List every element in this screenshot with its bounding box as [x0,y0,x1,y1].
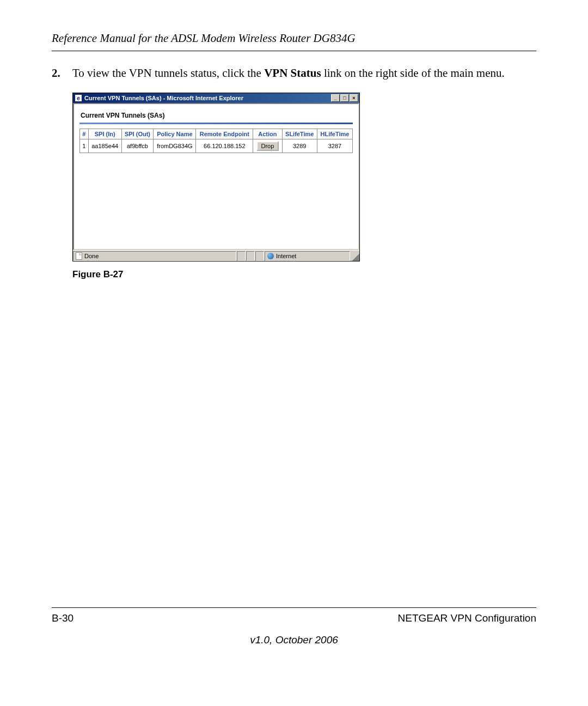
window-client-area: Current VPN Tunnels (SAs) # SPI (In) SPI… [73,103,359,250]
col-spi-out: SPI (Out) [121,129,154,139]
status-bar: Done Internet [73,250,359,261]
resize-gripper-icon[interactable] [351,251,359,261]
panel-title: Current VPN Tunnels (SAs) [81,112,353,119]
page-footer: B-30 NETGEAR VPN Configuration v1.0, Oct… [52,607,536,646]
col-policy-name: Policy Name [154,129,196,139]
col-slifetime: SLifeTime [282,129,317,139]
close-button[interactable]: × [350,94,358,102]
cell-endpoint: 66.120.188.152 [196,139,253,153]
status-sep-3 [255,251,264,261]
col-num: # [80,129,89,139]
cell-hlife: 3287 [317,139,352,153]
step-text-bold: VPN Status [264,66,321,80]
cell-spi-in: aa185e44 [88,139,121,153]
col-hlifetime: HLifeTime [317,129,352,139]
ie-icon: e [75,94,82,102]
drop-button[interactable]: Drop [256,141,279,151]
screenshot-window: e Current VPN Tunnels (SAs) - Microsoft … [72,93,360,261]
globe-icon [267,253,274,259]
page-icon [76,252,82,260]
step-text-before: To view the VPN tunnels status, click th… [72,66,264,80]
step-text: To view the VPN tunnels status, click th… [72,65,536,81]
figure-caption: Figure B-27 [72,269,536,280]
instruction-step: 2. To view the VPN tunnels status, click… [52,65,536,81]
step-text-after: link on the right side of the main menu. [321,66,505,80]
status-zone-text: Internet [276,253,296,259]
status-sep-1 [237,251,246,261]
vpn-tunnels-table: # SPI (In) SPI (Out) Policy Name Remote … [79,129,353,153]
footer-rule [52,607,536,608]
cell-num: 1 [80,139,89,153]
step-number: 2. [52,65,72,81]
page-header-title: Reference Manual for the ADSL Modem Wire… [52,32,536,45]
status-done-text: Done [84,253,99,259]
footer-version: v1.0, October 2006 [52,634,536,646]
cell-policy: fromDG834G [154,139,196,153]
status-sep-2 [246,251,255,261]
table-row: 1 aa185e44 af9bffcb fromDG834G 66.120.18… [80,139,353,153]
window-title: Current VPN Tunnels (SAs) - Microsoft In… [84,95,331,101]
status-zone-cell: Internet [265,251,350,261]
cell-spi-out: af9bffcb [121,139,154,153]
panel-divider [79,123,353,124]
status-done-cell: Done [73,251,236,261]
col-spi-in: SPI (In) [88,129,121,139]
cell-action: Drop [253,139,282,153]
col-action: Action [253,129,282,139]
col-remote-endpoint: Remote Endpoint [196,129,253,139]
footer-page-number: B-30 [52,612,74,624]
maximize-button[interactable]: □ [340,94,349,102]
window-titlebar: e Current VPN Tunnels (SAs) - Microsoft … [73,93,359,103]
footer-section: NETGEAR VPN Configuration [398,612,537,624]
table-header-row: # SPI (In) SPI (Out) Policy Name Remote … [80,129,353,139]
cell-slife: 3289 [282,139,317,153]
minimize-button[interactable]: _ [331,94,340,102]
header-rule [52,51,536,51]
